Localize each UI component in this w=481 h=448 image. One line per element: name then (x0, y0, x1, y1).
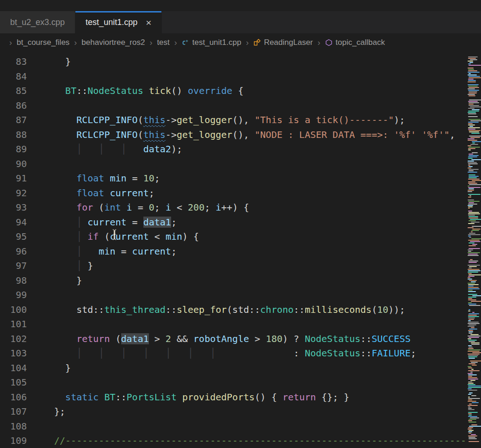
line-number[interactable]: 91 (0, 171, 27, 186)
breadcrumb-label: topic_callback (336, 38, 385, 47)
breadcrumb-label: bt_course_files (17, 38, 69, 47)
line-number[interactable]: 101 (0, 317, 27, 332)
line-number[interactable]: 94 (0, 215, 27, 230)
code-line[interactable]: 109//-----------------------------------… (0, 434, 481, 448)
breadcrumb-item[interactable]: bt_course_files (17, 38, 69, 47)
code-text: for (int i = 0; i < 200; i++) { (27, 200, 249, 215)
code-area: 83 }8485 BT::NodeStatus tick() override … (0, 55, 481, 448)
code-line[interactable]: 83 } (0, 55, 481, 69)
code-text: //--------------------------------------… (27, 434, 466, 448)
code-line[interactable]: 89 │ │ │ data2); (0, 142, 481, 157)
breadcrumb-separator: › (318, 38, 321, 48)
line-number[interactable]: 99 (0, 288, 27, 303)
breadcrumb-item[interactable]: behaviortree_ros2 (81, 38, 145, 47)
code-line[interactable]: 88 RCLCPP_INFO(this->get_logger(), "NODE… (0, 128, 481, 143)
line-number[interactable]: 87 (0, 113, 27, 128)
code-line[interactable]: 98 } (0, 274, 481, 288)
code-line[interactable]: 87 RCLCPP_INFO(this->get_logger(), "This… (0, 113, 481, 128)
code-line[interactable]: 91 float min = 10; (0, 171, 481, 186)
code-line[interactable]: 97 │ } (0, 259, 481, 274)
breadcrumb-separator: › (246, 38, 249, 48)
code-text: │ if (current < min) { (27, 230, 199, 244)
code-text: │ } (27, 259, 93, 274)
code-text: float current; (27, 186, 154, 201)
code-line[interactable]: 103 │ │ │ │ │ │ │ : NodeStatus::FAILURE; (0, 346, 481, 361)
code-text: RCLCPP_INFO(this->get_logger(), "NODE : … (27, 128, 455, 143)
code-line[interactable]: 84 (0, 69, 481, 84)
breadcrumb-separator: › (9, 38, 12, 48)
line-number[interactable]: 85 (0, 84, 27, 99)
code-editor: 83 }8485 BT::NodeStatus tick() override … (0, 52, 481, 448)
line-number[interactable]: 100 (0, 303, 27, 317)
editor-header: bt_u2_ex3.cpptest_unit1.cpp× (0, 0, 481, 33)
line-number[interactable]: 108 (0, 419, 27, 434)
code-line[interactable]: 102 return (data1 > 2 && robotAngle > 18… (0, 332, 481, 347)
breadcrumb-separator: › (149, 38, 152, 48)
breadcrumb-separator: › (74, 38, 77, 48)
line-number[interactable]: 84 (0, 69, 27, 84)
tab-label: test_unit1.cpp (86, 18, 137, 27)
code-text (27, 375, 54, 390)
code-line[interactable]: 108 (0, 419, 481, 434)
tab-close-icon[interactable]: × (146, 18, 151, 27)
breadcrumb-item[interactable]: topic_callback (325, 38, 385, 47)
breadcrumb-item[interactable]: C+test_unit1.cpp (182, 38, 241, 47)
line-number[interactable]: 83 (0, 55, 27, 69)
breadcrumb-bar: ›bt_course_files›behaviortree_ros2›test›… (0, 33, 481, 52)
code-line[interactable]: 107}; (0, 404, 481, 419)
line-number[interactable]: 89 (0, 142, 27, 157)
breadcrumb-label: test (157, 38, 169, 47)
line-number[interactable]: 107 (0, 404, 27, 419)
line-number[interactable]: 106 (0, 390, 27, 405)
code-line[interactable]: 105 (0, 375, 481, 390)
breadcrumb-label: behaviortree_ros2 (81, 38, 145, 47)
code-text: RCLCPP_INFO(this->get_logger(), "This is… (27, 113, 405, 128)
code-text (27, 69, 54, 84)
code-line[interactable]: 93 for (int i = 0; i < 200; i++) { (0, 200, 481, 215)
line-number[interactable]: 98 (0, 274, 27, 288)
line-number[interactable]: 109 (0, 434, 27, 448)
code-line[interactable]: 106 static BT::PortsList providedPorts()… (0, 390, 481, 405)
code-line[interactable]: 101 (0, 317, 481, 332)
code-text: │ min = current; (27, 244, 177, 259)
code-line[interactable]: 104 } (0, 361, 481, 376)
breadcrumb-item[interactable]: test (157, 38, 169, 47)
code-line[interactable]: 85 BT::NodeStatus tick() override { (0, 84, 481, 99)
code-text: } (27, 274, 82, 288)
code-line[interactable]: 95 │ if (current < min) { (0, 230, 481, 244)
class-symbol-icon (253, 39, 261, 46)
code-text (27, 288, 54, 303)
code-text: std::this_thread::sleep_for(std::chrono:… (27, 303, 405, 317)
code-line[interactable]: 96 │ min = current; (0, 244, 481, 259)
code-text: BT::NodeStatus tick() override { (27, 84, 243, 99)
code-line[interactable]: 92 float current; (0, 186, 481, 201)
code-text: │ current = data1; (27, 215, 177, 230)
breadcrumb-item[interactable]: ReadingLaser (253, 38, 313, 47)
breadcrumb-separator: › (174, 38, 177, 48)
line-number[interactable]: 88 (0, 128, 27, 143)
code-text: │ │ │ │ │ │ │ : NodeStatus::FAILURE; (27, 346, 416, 361)
code-line[interactable]: 100 std::this_thread::sleep_for(std::chr… (0, 303, 481, 317)
minimap[interactable] (466, 52, 481, 448)
code-text: static BT::PortsList providedPorts() { r… (27, 390, 349, 405)
line-number[interactable]: 93 (0, 200, 27, 215)
editor-tab[interactable]: bt_u2_ex3.cpp (0, 11, 75, 33)
editor-tab[interactable]: test_unit1.cpp× (75, 11, 162, 33)
line-number[interactable]: 92 (0, 186, 27, 201)
line-number[interactable]: 97 (0, 259, 27, 274)
line-number[interactable]: 86 (0, 99, 27, 113)
line-number[interactable]: 96 (0, 244, 27, 259)
code-line[interactable]: 99 (0, 288, 481, 303)
code-line[interactable]: 94 │ current = data1; (0, 215, 481, 230)
line-number[interactable]: 105 (0, 375, 27, 390)
line-number[interactable]: 95 (0, 230, 27, 244)
code-text: }; (27, 404, 65, 419)
line-number[interactable]: 90 (0, 157, 27, 172)
line-number[interactable]: 102 (0, 332, 27, 347)
tab-bar: bt_u2_ex3.cpptest_unit1.cpp× (0, 11, 481, 33)
code-line[interactable]: 90 (0, 157, 481, 172)
line-number[interactable]: 103 (0, 346, 27, 361)
code-line[interactable]: 86 (0, 99, 481, 113)
svg-text:+: + (185, 39, 188, 44)
line-number[interactable]: 104 (0, 361, 27, 376)
